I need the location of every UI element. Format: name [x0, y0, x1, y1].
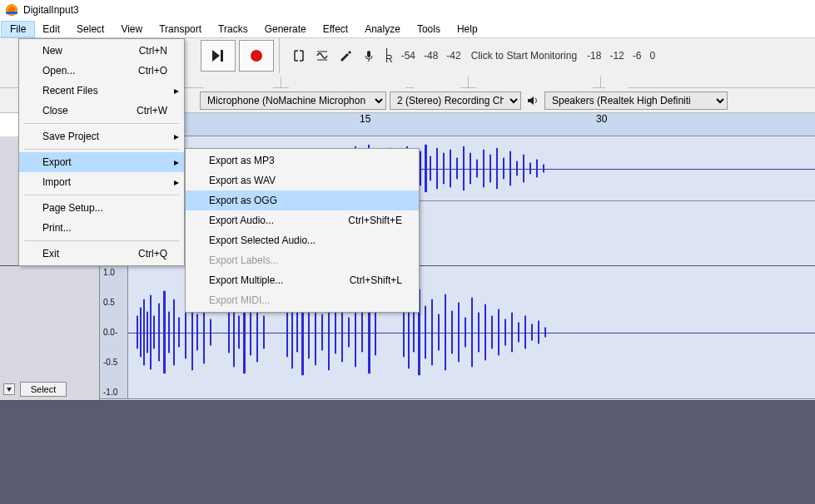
menu-item-label: Save Project: [42, 131, 99, 142]
mic-icon[interactable]: [357, 45, 380, 67]
svg-rect-107: [403, 308, 405, 358]
recording-meter[interactable]: LR -54 -48 -42 Click to Start Monitoring…: [385, 49, 658, 62]
svg-point-4: [251, 50, 262, 62]
svg-rect-94: [296, 313, 298, 353]
svg-rect-127: [531, 324, 533, 341]
export-menu-item[interactable]: Export Multiple...Ctrl+Shift+L: [186, 270, 419, 290]
svg-rect-61: [496, 148, 498, 189]
meter-tick: -42: [446, 50, 460, 62]
meter-tick: -48: [424, 50, 438, 62]
submenu-arrow-icon: ▸: [174, 85, 179, 96]
menu-transport[interactable]: Transport: [151, 22, 210, 37]
meter-r-label: R: [385, 56, 393, 62]
svg-rect-116: [458, 303, 460, 363]
menu-generate[interactable]: Generate: [256, 22, 315, 37]
svg-rect-69: [137, 316, 138, 349]
svg-rect-126: [524, 316, 526, 349]
file-menu-item[interactable]: NewCtrl+N: [19, 41, 184, 61]
track-menu-button[interactable]: [3, 383, 15, 395]
output-device-select[interactable]: Speakers (Realtek High Definiti: [544, 91, 728, 110]
menu-item-accelerator: Ctrl+Q: [138, 248, 167, 259]
toolbar-separator: [279, 38, 280, 73]
svg-rect-51: [430, 156, 431, 181]
scale-label: 0.0-: [103, 328, 117, 337]
skip-end-button[interactable]: [201, 40, 236, 72]
envelope-tool-icon[interactable]: [311, 45, 334, 67]
file-menu-item[interactable]: Print...: [19, 218, 184, 238]
svg-rect-118: [471, 298, 473, 367]
meter-message[interactable]: Click to Start Monitoring: [471, 50, 577, 62]
scale-label: -1.0: [103, 388, 117, 397]
file-menu-item[interactable]: Import▸: [19, 172, 184, 192]
svg-rect-2: [6, 12, 17, 14]
menu-separator: [24, 195, 179, 195]
svg-rect-104: [361, 313, 363, 353]
selection-tool-icon[interactable]: [287, 45, 311, 67]
recording-channels-select[interactable]: 2 (Stereo) Recording Chai: [390, 91, 521, 110]
menu-analyze[interactable]: Analyze: [356, 22, 409, 37]
menu-item-label: Export: [42, 156, 72, 168]
svg-rect-58: [476, 160, 478, 178]
menu-item-label: Open...: [42, 65, 75, 77]
meter-tick: -54: [401, 50, 415, 62]
menu-item-label: Import: [42, 176, 71, 188]
track-header[interactable]: Select: [0, 266, 100, 400]
menu-select[interactable]: Select: [68, 22, 112, 37]
meter-tick: -6: [633, 50, 642, 62]
svg-rect-112: [431, 299, 433, 366]
export-menu-item[interactable]: Export as MP3: [186, 151, 419, 170]
menu-item-label: Export Audio...: [209, 215, 274, 226]
file-menu-item[interactable]: Save Project▸: [19, 126, 184, 146]
svg-rect-62: [503, 158, 504, 180]
menu-separator: [24, 240, 179, 241]
export-menu-item[interactable]: Export Selected Audio...: [186, 230, 419, 250]
svg-rect-55: [456, 158, 458, 180]
menu-item-accelerator: Ctrl+Shift+E: [348, 215, 402, 226]
file-menu-item[interactable]: Export▸: [19, 152, 184, 172]
export-menu-item[interactable]: Export Audio...Ctrl+Shift+E: [186, 210, 419, 230]
svg-rect-76: [163, 291, 166, 373]
svg-rect-68: [543, 165, 544, 173]
file-menu-item[interactable]: CloseCtrl+W: [19, 101, 184, 121]
menu-effect[interactable]: Effect: [315, 22, 356, 37]
svg-rect-106: [375, 309, 376, 356]
menu-item-label: Export as OGG: [209, 195, 277, 206]
svg-rect-72: [147, 312, 148, 353]
menu-item-label: Export Labels...: [209, 254, 278, 266]
svg-rect-114: [445, 294, 446, 370]
svg-rect-67: [536, 160, 538, 178]
svg-rect-57: [470, 153, 471, 185]
menu-edit[interactable]: Edit: [34, 22, 68, 37]
svg-rect-109: [413, 313, 415, 353]
menu-item-accelerator: Ctrl+O: [138, 65, 167, 77]
file-menu-item[interactable]: ExitCtrl+Q: [19, 244, 184, 264]
svg-rect-128: [538, 321, 539, 344]
scale-label: 0.5: [103, 298, 115, 307]
file-menu-item[interactable]: Open...Ctrl+O: [19, 61, 184, 81]
track-select-button[interactable]: Select: [20, 382, 67, 397]
menu-tools[interactable]: Tools: [409, 22, 449, 37]
svg-rect-65: [523, 155, 524, 183]
svg-rect-77: [168, 312, 170, 353]
svg-rect-113: [438, 314, 440, 351]
menu-view[interactable]: View: [112, 22, 151, 37]
export-menu-item[interactable]: Export as OGG: [186, 190, 419, 210]
input-device-select[interactable]: Microphone (NoMachine Microphon: [200, 91, 386, 110]
file-menu-item[interactable]: Recent Files▸: [19, 81, 184, 101]
svg-rect-92: [286, 308, 288, 358]
submenu-arrow-icon: ▸: [174, 156, 179, 168]
menu-help[interactable]: Help: [449, 22, 486, 37]
svg-rect-121: [491, 316, 493, 349]
export-menu-item: Export MIDI...: [186, 290, 419, 310]
scale-label: -0.5: [103, 358, 117, 367]
record-button[interactable]: [239, 40, 274, 72]
menu-file[interactable]: File: [2, 22, 34, 37]
menu-tracks[interactable]: Tracks: [210, 22, 256, 37]
menu-item-label: Recent Files: [42, 85, 98, 96]
file-menu-item[interactable]: Page Setup...: [19, 198, 184, 218]
timeline-ruler[interactable]: 15 30: [100, 113, 815, 136]
draw-tool-icon[interactable]: [334, 45, 357, 67]
menu-item-accelerator: Ctrl+N: [139, 45, 167, 57]
export-menu-item[interactable]: Export as WAV: [186, 170, 419, 190]
titlebar: DigitalInput3: [0, 0, 815, 20]
